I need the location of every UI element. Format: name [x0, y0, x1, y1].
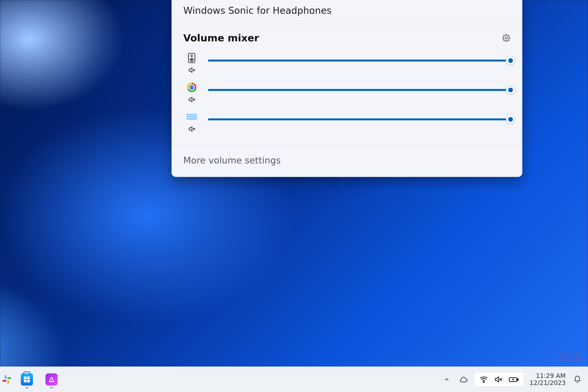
cloud-icon — [459, 375, 468, 384]
battery-charging-icon — [508, 375, 518, 384]
volume-mixer-list — [172, 46, 522, 146]
notifications-button[interactable] — [572, 374, 583, 385]
slack-icon — [2, 373, 12, 386]
affinity-icon — [46, 374, 58, 386]
gear-icon — [502, 34, 510, 42]
tray-onedrive[interactable] — [458, 374, 470, 386]
more-volume-settings-label: More volume settings — [183, 155, 281, 166]
volume-mute-icon — [188, 125, 196, 133]
keyboard-icon — [187, 112, 196, 122]
spatial-sound-label: Windows Sonic for Headphones — [183, 5, 332, 16]
taskbar-clock[interactable]: 11:29 AM 12/21/2023 — [528, 372, 567, 386]
wifi-icon — [480, 375, 488, 384]
taskbar-tray: 11:29 AM 12/21/2023 — [440, 372, 583, 386]
svg-point-4 — [191, 60, 192, 60]
mute-button-chrome[interactable] — [187, 95, 196, 104]
bell-icon — [573, 375, 582, 384]
mixer-row-chrome — [183, 77, 510, 106]
volume-mixer-title: Volume mixer — [183, 32, 259, 44]
clock-date: 12/21/2023 — [530, 380, 566, 386]
mixer-row-system — [183, 48, 510, 77]
svg-point-5 — [483, 382, 484, 382]
taskbar: 11:29 AM 12/21/2023 — [0, 366, 588, 392]
volume-slider-keyboard[interactable] — [208, 112, 510, 126]
volume-mixer-header: Volume mixer — [172, 24, 522, 46]
mute-button-keyboard[interactable] — [187, 124, 196, 134]
chevron-up-icon — [443, 376, 450, 383]
volume-mixer-settings-button[interactable] — [502, 34, 510, 42]
running-indicator — [26, 387, 28, 388]
volume-mute-icon — [494, 375, 502, 384]
taskbar-app-slack[interactable] — [2, 370, 12, 390]
mute-button-system[interactable] — [187, 66, 196, 75]
volume-mute-icon — [188, 96, 196, 104]
more-volume-settings-link[interactable]: More volume settings — [172, 146, 522, 176]
msstore-icon — [21, 374, 33, 386]
volume-slider-system[interactable] — [208, 53, 510, 67]
taskbar-app-affinity[interactable] — [42, 370, 62, 390]
chrome-icon — [187, 82, 196, 92]
system-status-group[interactable] — [474, 372, 524, 386]
speaker-device-icon — [187, 53, 196, 63]
tray-overflow-button[interactable] — [440, 374, 453, 386]
clock-time: 11:29 AM — [536, 372, 566, 380]
mixer-row-keyboard — [183, 106, 510, 136]
volume-flyout: Windows Sonic for Headphones Volume mixe… — [172, 0, 522, 177]
svg-point-0 — [505, 37, 508, 39]
taskbar-app-msstore[interactable] — [17, 370, 37, 390]
volume-mute-icon — [188, 66, 196, 74]
spatial-sound-row[interactable]: Windows Sonic for Headphones — [172, 0, 522, 24]
running-indicator — [50, 387, 53, 388]
taskbar-apps — [0, 370, 62, 390]
svg-point-2 — [191, 55, 192, 57]
volume-slider-chrome[interactable] — [208, 82, 510, 97]
svg-rect-7 — [517, 379, 518, 380]
